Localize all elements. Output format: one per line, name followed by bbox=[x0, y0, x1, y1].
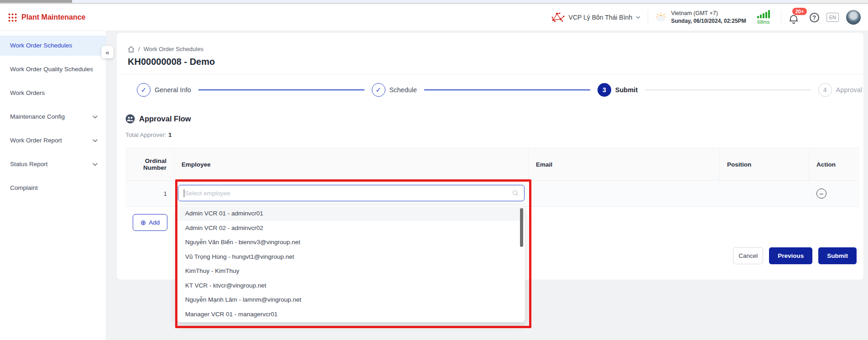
text-cursor bbox=[184, 189, 184, 197]
org-selector[interactable]: VCP Lý Bôn Thái Bình bbox=[551, 12, 641, 23]
notification-badge: 20+ bbox=[792, 8, 807, 15]
employee-option-label: Admin VCR 02 - adminvcr02 bbox=[185, 225, 263, 231]
approval-flow-header: Approval Flow bbox=[125, 114, 191, 124]
select-placeholder: Select employee bbox=[185, 190, 512, 197]
total-approver: Total Approver:1 bbox=[125, 131, 172, 138]
sidebar-nav: Work Order Schedules Work Order Quality … bbox=[0, 31, 106, 340]
step-label: Schedule bbox=[390, 86, 417, 94]
plus-circle-icon: ⊕ bbox=[140, 219, 146, 227]
employee-option-label: Manager VCR 01 - managervcr01 bbox=[185, 311, 278, 318]
grid-menu-icon[interactable] bbox=[8, 13, 17, 22]
step-schedule[interactable]: ✓ Schedule bbox=[372, 83, 417, 97]
sidebar-item[interactable]: Work Orders bbox=[0, 83, 106, 103]
step-label: Approval bbox=[836, 86, 862, 94]
employee-option-label: KT VCR - ktvcr@vingroup.net bbox=[185, 282, 266, 289]
sidebar-item-label: Work Order Schedules bbox=[10, 42, 72, 49]
check-circle-icon: ✓ bbox=[137, 83, 151, 97]
employee-select-input[interactable]: Select employee bbox=[178, 185, 525, 201]
app-window: Plant Maintenance VCP Lý Bôn Thái Bình bbox=[0, 0, 868, 340]
employee-option[interactable]: Vũ Trọng Hùng - hungvt1@vingroup.net bbox=[177, 250, 525, 264]
cell-email bbox=[529, 181, 720, 206]
network-status: 68ms bbox=[754, 10, 774, 25]
locale-region: Vietnam (GMT +7) bbox=[671, 10, 746, 17]
page-title: KH00000008 - Demo bbox=[128, 57, 215, 67]
sidebar-item[interactable]: Work Order Report bbox=[0, 131, 106, 151]
cancel-button[interactable]: Cancel bbox=[733, 247, 763, 264]
cell-position bbox=[720, 181, 809, 206]
search-icon bbox=[512, 190, 519, 196]
employee-option[interactable]: KT VCR - ktvcr@vingroup.net bbox=[177, 278, 525, 293]
sidebar-item[interactable]: Maintenance Config bbox=[0, 107, 106, 127]
step-connector bbox=[645, 89, 811, 90]
previous-button[interactable]: Previous bbox=[769, 247, 812, 264]
team-icon bbox=[125, 114, 135, 124]
help-button[interactable]: ? bbox=[810, 13, 819, 22]
browser-chrome-strip bbox=[0, 0, 868, 4]
sidebar-item[interactable]: Complaint bbox=[0, 178, 106, 198]
user-avatar[interactable] bbox=[846, 10, 861, 25]
add-button-label: Add bbox=[149, 219, 160, 226]
breadcrumb: / Work Order Schedules bbox=[128, 46, 203, 52]
step-submit[interactable]: 3 Submit bbox=[598, 83, 638, 97]
step-general-info[interactable]: ✓ General Info bbox=[137, 83, 191, 97]
brand[interactable]: Plant Maintenance bbox=[8, 13, 85, 22]
employee-option[interactable]: KimThuy - KimThuy bbox=[177, 264, 525, 278]
step-connector bbox=[198, 89, 364, 90]
sidebar-item[interactable]: Status Report bbox=[0, 154, 106, 174]
sidebar-item[interactable]: Work Order Quality Schedules bbox=[0, 59, 106, 79]
step-label: Submit bbox=[615, 86, 638, 94]
sidebar-item-label: Status Report bbox=[10, 161, 48, 168]
weather-sun-cloud-icon bbox=[655, 12, 667, 22]
home-icon[interactable] bbox=[128, 46, 135, 52]
cell-action: − bbox=[809, 181, 859, 206]
employee-option[interactable]: Admin VCR 02 - adminvcr02 bbox=[177, 221, 525, 235]
footer-actions: Cancel Previous Submit bbox=[733, 247, 857, 264]
org-logo-icon bbox=[551, 12, 565, 23]
total-approver-label: Total Approver: bbox=[125, 131, 166, 138]
breadcrumb-current[interactable]: Work Order Schedules bbox=[144, 46, 203, 52]
chevron-down-icon bbox=[93, 139, 98, 142]
sidebar-item-label: Work Order Report bbox=[10, 137, 62, 144]
employee-option-label: Nguyễn Mạnh Lâm - lamnm@vingroup.net bbox=[185, 296, 301, 303]
wizard-stepper: ✓ General Info ✓ Schedule 3 Submit 4 App… bbox=[137, 83, 862, 97]
col-position: Position bbox=[720, 148, 809, 180]
employee-option-label: Nguyễn Văn Biển - biennv3@vingroup.net bbox=[185, 239, 300, 246]
chevron-down-icon bbox=[93, 115, 98, 119]
chevron-down-icon bbox=[93, 163, 98, 166]
dropdown-scrollbar[interactable] bbox=[520, 208, 523, 247]
employee-option[interactable]: Manager VCR 01 - managervcr01 bbox=[177, 307, 525, 322]
remove-row-button[interactable]: − bbox=[816, 188, 826, 199]
breadcrumb-separator: / bbox=[138, 46, 140, 52]
employee-option-label: Vũ Trọng Hùng - hungvt1@vingroup.net bbox=[185, 253, 294, 260]
col-ordinal-number: Ordinal Number bbox=[125, 148, 174, 180]
header-divider bbox=[648, 10, 648, 24]
employee-option-label: Admin VCR 01 - adminvcr01 bbox=[185, 210, 263, 217]
sidebar-item[interactable]: Work Order Schedules bbox=[0, 36, 106, 56]
step-label: General Info bbox=[155, 86, 191, 94]
sidebar-collapse-button[interactable]: « bbox=[101, 46, 114, 58]
submit-button[interactable]: Submit bbox=[818, 247, 857, 264]
employee-option[interactable]: Nguyễn Văn Biển - biennv3@vingroup.net bbox=[177, 235, 525, 250]
step-number-circle: 4 bbox=[818, 83, 832, 97]
employee-option[interactable]: Admin VCR 01 - adminvcr01 bbox=[177, 206, 525, 221]
app-header: Plant Maintenance VCP Lý Bôn Thái Bình bbox=[0, 4, 868, 31]
question-mark-icon: ? bbox=[812, 14, 816, 21]
table-header-row: Ordinal Number Employee Email Position A… bbox=[125, 148, 859, 181]
check-circle-icon: ✓ bbox=[372, 83, 385, 97]
step-number-circle: 3 bbox=[598, 83, 611, 97]
sidebar-item-label: Work Order Quality Schedules bbox=[10, 66, 93, 73]
org-name: VCP Lý Bôn Thái Bình bbox=[569, 14, 633, 21]
step-approval[interactable]: 4 Approval bbox=[818, 83, 862, 97]
col-employee: Employee bbox=[174, 148, 529, 180]
col-action: Action bbox=[809, 148, 859, 180]
language-switcher[interactable]: EN bbox=[826, 13, 839, 22]
total-approver-value: 1 bbox=[168, 131, 172, 138]
notifications-button[interactable]: 20+ bbox=[789, 10, 802, 25]
add-approver-button[interactable]: ⊕ Add bbox=[133, 214, 167, 231]
bell-icon bbox=[789, 14, 799, 25]
sidebar-item-label: Maintenance Config bbox=[10, 113, 65, 120]
employee-option[interactable]: Nguyễn Mạnh Lâm - lamnm@vingroup.net bbox=[177, 293, 525, 307]
chevron-down-icon bbox=[636, 16, 640, 19]
cell-ordinal: 1 bbox=[125, 181, 174, 206]
header-divider bbox=[781, 10, 781, 24]
